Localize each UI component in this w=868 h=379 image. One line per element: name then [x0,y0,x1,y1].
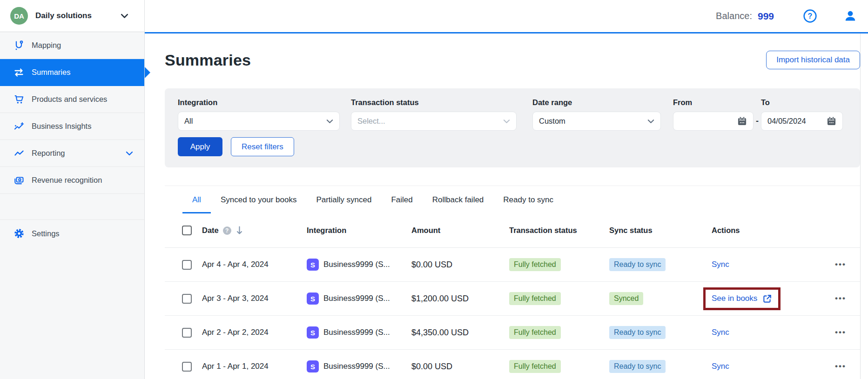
sidebar-item-business-insights[interactable]: Business Insights [0,113,144,140]
main-area: Balance: 999 ? Summaries Import historic… [145,0,868,379]
row-amount: $1,200.00 USD [411,294,509,304]
row-menu-button[interactable]: ••• [835,294,846,303]
date-range-select-value: Custom [539,117,565,126]
row-checkbox[interactable] [182,294,192,304]
stripe-logo-icon: S [307,293,319,305]
row-date: Apr 1 - Apr 1, 2024 [202,362,307,371]
tab-rollback-failed[interactable]: Rollback failed [423,186,494,213]
chevron-down-icon [326,119,333,124]
page-content: Summaries Import historical data Integra… [145,50,868,379]
transaction-status-badge: Fully fetched [509,360,561,373]
mapping-icon [13,40,25,51]
row-checkbox[interactable] [182,362,192,372]
see-in-books-link[interactable]: See in books [712,294,772,304]
column-header-sync-status: Sync status [609,226,712,235]
page-title: Summaries [165,51,251,69]
chevron-down-icon [647,119,654,124]
tab-ready-to-sync[interactable]: Ready to sync [493,186,563,213]
sync-link[interactable]: Sync [712,328,729,337]
gear-icon [13,228,25,239]
row-integration: Business9999 (S... [323,328,390,337]
row-checkbox[interactable] [182,260,192,270]
sidebar-item-label: Revenue recognition [32,176,102,185]
sidebar-item-revenue-recognition[interactable]: Revenue recognition [0,167,144,194]
swap-arrows-icon [13,67,25,78]
apply-button[interactable]: Apply [178,137,222,156]
sidebar-item-mapping[interactable]: Mapping [0,32,144,59]
table-row: Apr 2 - Apr 2, 2024 S Business9999 (S...… [165,316,860,350]
table-header: Date ? Integration Amount Transaction st… [165,213,860,248]
sync-status-badge: Ready to sync [609,258,666,271]
sidebar-item-label: Products and services [32,95,107,104]
user-profile-icon[interactable] [843,9,857,23]
sync-status-badge: Ready to sync [609,360,666,373]
transaction-status-filter-label: Transaction status [351,98,517,107]
org-switcher[interactable]: DA Daily solutions [0,0,144,32]
integration-select-value: All [184,117,193,126]
transaction-status-badge: Fully fetched [509,292,561,305]
row-integration: Business9999 (S... [323,260,390,269]
tab-partially-synced[interactable]: Partially synced [306,186,381,213]
sidebar-item-label: Summaries [32,68,70,77]
select-all-checkbox[interactable] [182,226,192,235]
date-range-filter-label: Date range [532,98,661,107]
calendar-icon[interactable] [737,116,747,126]
row-integration: Business9999 (S... [323,362,390,371]
svg-text:?: ? [808,12,813,20]
sync-status-badge: Synced [609,292,643,305]
sidebar-item-products-and-services[interactable]: Products and services [0,86,144,113]
sync-link[interactable]: Sync [712,260,729,269]
reset-filters-button[interactable]: Reset filters [231,137,294,156]
sidebar-item-settings[interactable]: Settings [0,220,144,247]
row-menu-button[interactable]: ••• [835,328,846,337]
sidebar-item-label: Business Insights [32,122,91,131]
table-row: Apr 1 - Apr 1, 2024 S Business9999 (S...… [165,350,860,379]
org-name: Daily solutions [35,11,92,20]
stripe-logo-icon: S [307,259,319,271]
row-checkbox[interactable] [182,328,192,338]
from-date-input[interactable] [673,112,754,131]
tab-all[interactable]: All [182,186,211,213]
external-link-icon [762,294,772,304]
sidebar-item-summaries[interactable]: Summaries [0,59,144,86]
sync-link[interactable]: Sync [712,362,729,371]
help-icon[interactable]: ? [803,9,817,23]
row-menu-button[interactable]: ••• [835,362,846,371]
sidebar-item-label: Settings [32,229,60,238]
to-date-label: To [761,98,843,107]
row-menu-button[interactable]: ••• [835,260,846,269]
date-help-icon[interactable]: ? [223,226,231,235]
transaction-status-badge: Fully fetched [509,326,561,339]
sidebar: DA Daily solutions Mapping Summaries [0,0,145,379]
chevron-down-icon [121,13,128,19]
integration-filter-label: Integration [178,98,340,107]
app-root: DA Daily solutions Mapping Summaries [0,0,868,379]
stripe-logo-icon: S [307,326,319,339]
import-historical-data-button[interactable]: Import historical data [766,51,860,69]
column-header-transaction-status: Transaction status [509,226,609,235]
sidebar-item-reporting[interactable]: Reporting [0,140,144,167]
tab-synced-to-your-books[interactable]: Synced to your books [211,186,306,213]
sort-descending-icon[interactable] [236,226,243,235]
balance-label: Balance: [716,11,752,21]
insights-sparkline-icon [13,121,25,132]
from-date-label: From [673,98,754,107]
transaction-status-select[interactable]: Select... [351,112,517,131]
integration-select[interactable]: All [178,112,340,131]
to-date-input[interactable]: 04/05/2024 [761,112,843,131]
calendar-icon[interactable] [827,116,836,126]
date-range-select[interactable]: Custom [532,112,661,131]
org-avatar: DA [10,7,28,25]
tab-failed[interactable]: Failed [381,186,422,213]
sidebar-item-label: Reporting [32,149,65,158]
chevron-down-icon [503,119,510,124]
topbar: Balance: 999 ? [145,0,868,33]
to-date-value: 04/05/2024 [767,117,806,126]
row-integration: Business9999 (S... [323,294,390,303]
summaries-table: Date ? Integration Amount Transaction st… [165,213,860,379]
transaction-status-placeholder: Select... [357,117,385,126]
column-header-actions: Actions [712,226,821,235]
balance-value: 999 [758,11,774,22]
column-header-date: Date [202,226,219,235]
row-date: Apr 3 - Apr 3, 2024 [202,294,307,303]
